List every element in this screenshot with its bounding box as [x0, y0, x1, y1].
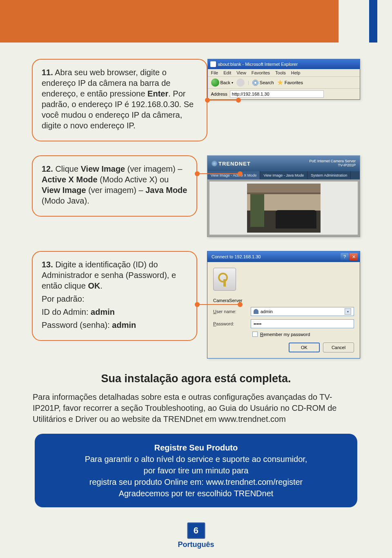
remember-label: Remember my password [260, 332, 310, 337]
ie-back-button[interactable]: Back ▾ [211, 78, 233, 87]
step-12-viewimage-2: View Image [42, 186, 86, 195]
step-12-number: 12. [42, 164, 53, 173]
ie-back-label: Back [220, 80, 230, 85]
toolbar-separator: | [248, 80, 249, 85]
top-header [0, 0, 392, 43]
step-13-row: 13. Digite a identificação (ID) do Admin… [32, 251, 360, 359]
step-13-callout: 13. Digite a identificação (ID) do Admin… [32, 251, 197, 341]
cancel-button[interactable]: Cancel [323, 343, 354, 352]
ie-address-bar: Address [208, 89, 360, 99]
info-paragraph: Para informações detalhadas sobre esta e… [32, 392, 360, 425]
ie-window-screenshot: about:blank - Microsoft Internet Explore… [207, 59, 361, 100]
register-line-3: registra seu produto Online em: www.tren… [47, 476, 345, 488]
ie-address-label: Address [211, 92, 227, 96]
ie-menu-view[interactable]: View [236, 70, 246, 75]
ie-app-icon [210, 61, 216, 67]
ie-menu-help[interactable]: Help [291, 70, 301, 75]
login-body: CameraServer User name: admin ▾ Password… [207, 262, 360, 358]
login-server-label: CameraServer [213, 298, 354, 303]
step-12-par4: (Modo Java). [42, 196, 89, 205]
trendnet-sub2: TV-IP201P [338, 163, 356, 167]
ie-toolbar: Back ▾ | Search Favorites [208, 77, 360, 89]
step-12-activex: Active X Mode [42, 175, 98, 184]
ie-titlebar: about:blank - Microsoft Internet Explore… [208, 59, 360, 69]
trendnet-window-screenshot: TRENDNET PoE Internet Camera Server TV-I… [207, 155, 360, 237]
trendnet-body [207, 179, 360, 237]
tab-java-mode[interactable]: View Image - Java Mode [260, 171, 307, 179]
header-orange-bar [0, 0, 339, 43]
keys-icon [213, 268, 236, 291]
register-product-box: Registre Seu Produto Para garantir o alt… [35, 434, 357, 507]
tab-system-admin[interactable]: System Administration [307, 171, 351, 179]
help-button[interactable]: ? [341, 253, 349, 260]
connector-dot [195, 302, 200, 307]
search-icon [252, 80, 258, 86]
step-12-callout: 12. Clique View Image (ver imagem) – Act… [32, 155, 197, 217]
ie-favorites-button[interactable]: Favorites [277, 80, 303, 86]
connector-line-13 [197, 304, 240, 305]
step-12-viewimage-1: View Image [81, 164, 125, 173]
back-arrow-icon [211, 78, 219, 87]
chevron-down-icon: ▾ [232, 81, 233, 85]
ie-menu-favorites[interactable]: Favorites [252, 70, 270, 75]
password-value: ••••• [254, 321, 261, 326]
star-icon [277, 80, 283, 86]
step-13-pw-value: admin [112, 320, 136, 329]
globe-icon [212, 161, 217, 166]
step-12-par2: (Modo Active X) ou [98, 175, 169, 184]
step-12-text-a: Clique [55, 164, 78, 173]
chevron-down-icon[interactable]: ▾ [345, 308, 351, 315]
ie-menu-edit[interactable]: Edit [223, 70, 231, 75]
ie-menu-file[interactable]: File [211, 70, 218, 75]
ok-button[interactable]: OK [289, 343, 320, 352]
completion-heading: Sua instalação agora está completa. [32, 372, 360, 385]
username-label: User name: [213, 309, 247, 314]
ie-forward-button[interactable] [236, 78, 245, 87]
trendnet-logo: TRENDNET [212, 161, 251, 167]
ie-menu-tools[interactable]: Tools [275, 70, 286, 75]
camera-preview-image [247, 184, 321, 233]
password-label: Password: [213, 321, 247, 326]
trendnet-tabs: View Image - Active X Mode View Image - … [207, 171, 360, 179]
step-13-pw-label: Password (senha): [42, 320, 110, 329]
connector-line-12 [197, 173, 240, 174]
connector-dot [238, 302, 243, 307]
header-gap-2 [377, 0, 392, 43]
step-13-ok: OK [88, 281, 100, 290]
register-title: Registre Seu Produto [47, 442, 345, 453]
close-button[interactable]: ✕ [350, 253, 358, 260]
step-13-text-a: Digite a identificação (ID) do Administr… [42, 260, 176, 290]
step-11-callout: 11. Abra seu web browser, digite o ender… [32, 59, 207, 141]
register-line-2: por favor tire um minuto para [47, 465, 345, 476]
step-12-row: 12. Clique View Image (ver imagem) – Act… [32, 155, 360, 237]
login-title-text: Connect to 192.168.1.30 [212, 254, 261, 259]
header-blue-bar [369, 0, 377, 43]
step-11-number: 11. [42, 68, 53, 77]
step-12-par3: (ver imagem) – [86, 186, 146, 195]
username-input[interactable]: admin ▾ [251, 307, 354, 316]
remember-checkbox[interactable] [252, 332, 258, 337]
step-13-dot: . [100, 281, 102, 290]
ie-menubar: File Edit View Favorites Tools Help [208, 69, 360, 77]
page-number: 6 [187, 522, 205, 539]
password-input[interactable]: ••••• [251, 319, 354, 328]
ie-search-label: Search [260, 80, 274, 85]
step-11-row: 11. Abra seu web browser, digite o ender… [32, 59, 360, 141]
connector-line-11 [207, 100, 238, 101]
ie-search-button[interactable]: Search [252, 80, 274, 86]
connector-dot [195, 171, 200, 176]
connector-dot [205, 98, 210, 103]
trendnet-header: TRENDNET PoE Internet Camera Server TV-I… [207, 156, 360, 171]
page-footer: 6 Português [178, 522, 214, 549]
step-13-default-label: Por padrão: [42, 294, 187, 304]
tab-activex-mode[interactable]: View Image - Active X Mode [207, 171, 260, 179]
connector-dot [238, 171, 243, 176]
ie-address-input[interactable] [230, 90, 324, 98]
step-12-par1: (ver imagem) – [125, 164, 182, 173]
trendnet-sub1: PoE Internet Camera Server [309, 159, 356, 163]
trendnet-brand: TRENDNET [218, 161, 251, 167]
step-13-id-value: admin [91, 307, 115, 316]
step-13-number: 13. [42, 260, 53, 269]
register-line-4: Agradecemos por ter escolhido TRENDnet [47, 488, 345, 499]
ie-favorites-label: Favorites [285, 80, 303, 85]
